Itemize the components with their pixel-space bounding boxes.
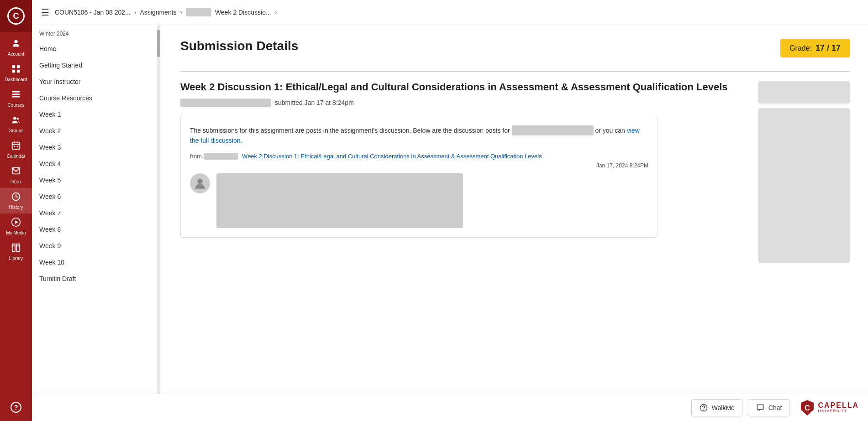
nav-item-turnitin[interactable]: Turnitin Draft xyxy=(32,270,162,287)
nav-item-getting-started[interactable]: Getting Started xyxy=(32,57,162,73)
breadcrumb-course-link[interactable]: COUN5106 - Jan 08 202... xyxy=(55,9,131,16)
nav-item-week5[interactable]: Week 5 xyxy=(32,172,162,188)
main-area: ☰ COUN5106 - Jan 08 202... › Assignments… xyxy=(32,0,868,421)
sidebar-item-label: Groups xyxy=(9,128,24,133)
submitter-name-blurred: ████████████ xyxy=(180,99,271,107)
svg-point-0 xyxy=(14,40,17,43)
library-icon xyxy=(11,243,21,255)
account-icon xyxy=(11,38,21,51)
svg-rect-21 xyxy=(16,244,20,252)
sidebar-item-inbox[interactable]: Inbox xyxy=(0,162,32,188)
from-label: from ████ Week 2 Discussion 1: Ethical/L… xyxy=(190,153,648,160)
svg-point-8 xyxy=(13,117,16,120)
chat-label: Chat xyxy=(768,404,782,411)
sidebar-item-history[interactable]: History xyxy=(0,188,32,213)
svg-rect-3 xyxy=(12,70,15,73)
page-title: Submission Details xyxy=(180,39,298,53)
inbox-icon xyxy=(11,166,21,178)
sidebar-bottom: ? xyxy=(0,398,32,421)
discussion-scroll-area[interactable]: The submissions for this assignment are … xyxy=(190,125,648,229)
svg-point-26 xyxy=(703,410,704,410)
assignment-main: Week 2 Discussion 1: Ethical/Legal and C… xyxy=(180,81,749,263)
divider xyxy=(180,71,850,72)
sidebar-item-courses[interactable]: Courses xyxy=(0,86,32,111)
my-media-icon xyxy=(11,217,21,229)
nav-item-week6[interactable]: Week 6 xyxy=(32,188,162,205)
svg-marker-19 xyxy=(15,220,18,223)
post-timestamp: Jan 17, 2024 8:24PM xyxy=(190,162,648,169)
svg-rect-5 xyxy=(12,91,20,93)
sidebar-item-label: Library xyxy=(9,256,23,261)
assignment-title: Week 2 Discussion 1: Ethical/Legal and C… xyxy=(180,81,749,94)
calendar-icon xyxy=(11,140,21,153)
svg-rect-14 xyxy=(14,146,15,147)
svg-text:C: C xyxy=(805,404,810,412)
sidebar-item-my-media[interactable]: My Media xyxy=(0,213,32,239)
right-panel-main-blurred xyxy=(758,108,850,263)
sidebar-item-account[interactable]: Account xyxy=(0,32,32,60)
sidebar-item-groups[interactable]: Groups xyxy=(0,111,32,137)
assignment-row: Week 2 Discussion 1: Ethical/Legal and C… xyxy=(180,81,850,263)
nav-item-week9[interactable]: Week 9 xyxy=(32,238,162,254)
breadcrumb-current-link[interactable]: Week 2 Discussio... xyxy=(215,9,271,16)
avatar xyxy=(190,173,210,193)
svg-rect-4 xyxy=(17,70,20,73)
bottom-bar: WalkMe Chat C CAPELLA UNIVERSITY xyxy=(32,394,868,421)
nav-item-course-resources[interactable]: Course Resources xyxy=(32,90,162,106)
walkme-button[interactable]: WalkMe xyxy=(691,399,742,416)
discussion-info-text: The submissions for this assignment are … xyxy=(190,125,648,146)
submission-content: Submission Details Grade: 17 / 17 Week 2… xyxy=(162,25,868,394)
sidebar-item-calendar[interactable]: Calendar xyxy=(0,137,32,162)
svg-rect-10 xyxy=(12,142,20,150)
discussion-box: The submissions for this assignment are … xyxy=(180,116,658,238)
history-icon xyxy=(11,192,21,204)
right-panel-top-blurred xyxy=(758,81,850,104)
student-name-blurred: ████████████ xyxy=(512,125,594,135)
grade-value: 17 / 17 xyxy=(815,43,841,53)
nav-item-your-instructor[interactable]: Your Instructor xyxy=(32,73,162,90)
breadcrumb-sep-3: › xyxy=(275,9,277,16)
sidebar-item-help[interactable]: ? xyxy=(0,398,32,416)
post-row xyxy=(190,173,648,228)
nav-item-week4[interactable]: Week 4 xyxy=(32,156,162,172)
grade-label: Grade: xyxy=(789,44,812,52)
nav-item-week10[interactable]: Week 10 xyxy=(32,254,162,270)
svg-point-9 xyxy=(16,118,19,120)
topbar: ☰ COUN5106 - Jan 08 202... › Assignments… xyxy=(32,0,868,25)
walkme-icon xyxy=(699,403,708,412)
grade-badge: Grade: 17 / 17 xyxy=(780,39,850,57)
breadcrumb-blurred: ████ xyxy=(186,8,211,16)
help-icon: ? xyxy=(11,402,21,413)
nav-item-week3[interactable]: Week 3 xyxy=(32,139,162,156)
nav-item-home[interactable]: Home xyxy=(32,41,162,57)
post-content-blurred xyxy=(216,173,463,228)
svg-rect-20 xyxy=(12,244,15,252)
nav-item-week7[interactable]: Week 7 xyxy=(32,205,162,221)
svg-rect-6 xyxy=(12,94,20,95)
content-area: Winter 2024 Home Getting Started Your In… xyxy=(32,25,868,394)
course-season: Winter 2024 xyxy=(32,25,162,41)
sidebar-item-label: Courses xyxy=(7,103,24,108)
from-discussion-link[interactable]: Week 2 Discussion 1: Ethical/Legal and C… xyxy=(242,153,542,160)
svg-point-24 xyxy=(197,179,203,184)
nav-item-week2[interactable]: Week 2 xyxy=(32,123,162,139)
from-user-blurred: ████ xyxy=(204,153,239,160)
course-nav: Winter 2024 Home Getting Started Your In… xyxy=(32,25,162,394)
logo-icon: C xyxy=(7,7,25,25)
capella-sub: UNIVERSITY xyxy=(818,409,859,414)
submission-header: Submission Details Grade: 17 / 17 xyxy=(180,39,850,57)
chat-button[interactable]: Chat xyxy=(748,399,790,416)
sidebar-item-library[interactable]: Library xyxy=(0,239,32,265)
capella-name: CAPELLA xyxy=(818,401,859,410)
nav-item-week1[interactable]: Week 1 xyxy=(32,106,162,123)
courseroom-logo[interactable]: C xyxy=(0,0,32,32)
hamburger-button[interactable]: ☰ xyxy=(39,5,51,20)
chat-icon xyxy=(756,403,765,412)
nav-item-week8[interactable]: Week 8 xyxy=(32,221,162,238)
sidebar-item-label: History xyxy=(9,205,23,210)
svg-rect-7 xyxy=(12,96,20,98)
svg-rect-1 xyxy=(12,65,15,68)
breadcrumb-assignments-link[interactable]: Assignments xyxy=(140,9,176,16)
capella-logo: C CAPELLA UNIVERSITY xyxy=(800,400,859,416)
sidebar-item-dashboard[interactable]: Dashboard xyxy=(0,60,32,86)
